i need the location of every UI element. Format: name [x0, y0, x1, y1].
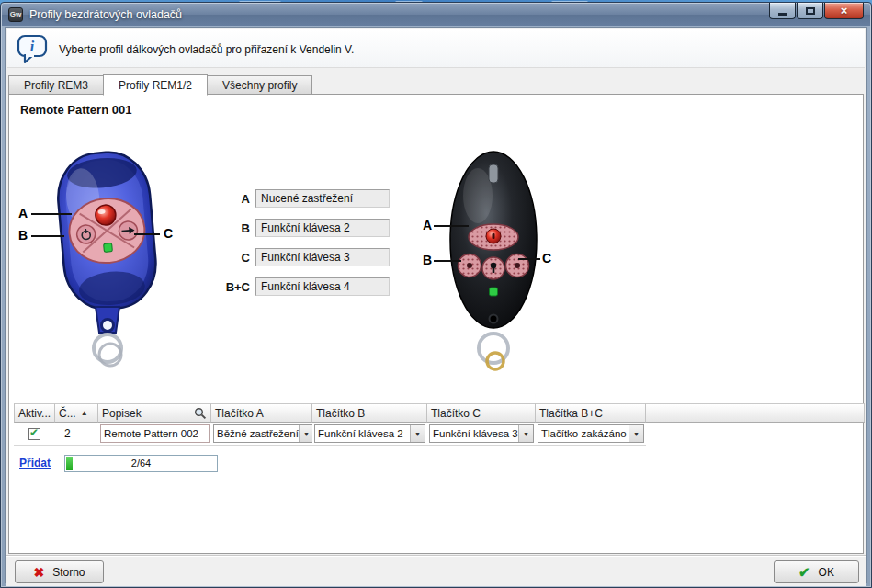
remote-photo-blue: A B C — [17, 145, 191, 379]
assignment-key: B — [215, 221, 250, 235]
assignment-key: B+C — [215, 280, 250, 294]
cell-active: ✔ — [14, 423, 55, 446]
sort-asc-icon: ▲ — [81, 409, 88, 417]
info-bar: i Vyberte profil dálkových ovladačů pro … — [7, 29, 865, 68]
col-label: Tlačítko C — [431, 407, 481, 420]
minimize-button[interactable] — [769, 3, 796, 19]
tab-vsechny-profily[interactable]: Všechny profily — [208, 75, 312, 95]
add-profile-link[interactable]: Přidat — [19, 457, 51, 469]
col-header-button-a[interactable]: Tlačítko A — [211, 403, 312, 423]
tab-strip: Profily REM3 Profily REM1/2 Všechny prof… — [8, 74, 312, 95]
assignment-row: B+C Funkční klávesa 4 — [215, 277, 390, 296]
combo-buttons-bc[interactable]: Tlačítko zakázáno ▼ — [538, 424, 644, 443]
tab-label: Všechny profily — [222, 79, 297, 92]
col-label: Tlačítko B — [316, 407, 365, 420]
button-a-pointer: A — [423, 218, 432, 232]
col-header-number[interactable]: Č... ▲ — [55, 403, 98, 423]
col-label: Tlačítka B+C — [539, 407, 603, 420]
tab-profily-rem12[interactable]: Profily REM1/2 — [103, 74, 208, 96]
col-header-button-b[interactable]: Tlačítko B — [312, 403, 427, 423]
tab-profily-rem3[interactable]: Profily REM3 — [8, 75, 103, 95]
tab-label: Profily REM3 — [24, 79, 88, 92]
maximize-button[interactable] — [797, 3, 823, 19]
capacity-label: 2/64 — [65, 456, 217, 471]
col-label: Tlačítko A — [215, 407, 264, 420]
chevron-down-icon[interactable]: ▼ — [629, 425, 643, 442]
button-b-pointer: B — [423, 253, 432, 267]
assignment-key: C — [215, 251, 250, 265]
button-assignments: A Nucené zastřežení B Funkční klávesa 2 … — [215, 189, 390, 307]
search-icon[interactable] — [194, 407, 207, 420]
pointer-line — [31, 213, 72, 215]
remote-photo-black: A B C — [421, 142, 609, 381]
capacity-progressbar: 2/64 — [64, 455, 218, 472]
assignment-key: A — [215, 192, 250, 206]
table-header-row: Aktiv... Č... ▲ Popisek — [14, 403, 865, 423]
pointer-line — [31, 235, 64, 237]
pointer-line — [134, 233, 160, 235]
cell-button-c: Funkční klávesa 3 ▼ — [427, 423, 536, 446]
assignment-value-bc: Funkční klávesa 4 — [255, 277, 390, 296]
cell-buttons-bc: Tlačítko zakázáno ▼ — [536, 423, 646, 446]
chevron-down-icon[interactable]: ▼ — [518, 425, 533, 442]
combo-button-c[interactable]: Funkční klávesa 3 ▼ — [429, 424, 534, 443]
maximize-icon — [806, 7, 815, 15]
assignment-row: A Nucené zastřežení — [215, 189, 390, 208]
cell-number: 2 — [55, 423, 98, 446]
combo-value: Funkční klávesa 2 — [315, 425, 410, 442]
col-header-button-c[interactable]: Tlačítko C — [427, 403, 536, 423]
close-button[interactable]: × — [824, 3, 864, 19]
col-label: Aktiv... — [18, 407, 51, 420]
pointer-line — [434, 260, 461, 262]
pointer-line — [434, 225, 469, 227]
combo-button-a[interactable]: Běžné zastřežení ▼ — [213, 424, 312, 443]
footer-bar: ✖ Storno ✔ OK — [6, 555, 866, 586]
col-label: Č... — [59, 407, 76, 420]
tab-label: Profily REM1/2 — [119, 79, 192, 92]
cancel-label: Storno — [52, 566, 85, 579]
col-header-filler — [646, 403, 865, 423]
cell-filler — [646, 423, 865, 446]
window-title: Profily bezdrátových ovladačů — [29, 4, 182, 26]
assignment-row: B Funkční klávesa 2 — [215, 219, 390, 237]
combo-value: Tlačítko zakázáno — [538, 425, 629, 442]
chevron-down-icon[interactable]: ▼ — [299, 425, 312, 442]
dialog-window: Gw Profily bezdrátových ovladačů × i Vyb… — [0, 2, 872, 588]
col-header-active[interactable]: Aktiv... — [14, 403, 55, 423]
caption-buttons: × — [768, 3, 864, 19]
check-icon: ✔ — [29, 426, 39, 439]
assignment-row: C Funkční klávesa 3 — [215, 248, 390, 266]
info-i-glyph: i — [30, 39, 35, 54]
cell-description: Remote Pattern 002 — [98, 423, 211, 446]
info-bubble-icon: i — [17, 34, 50, 68]
row-active-checkbox[interactable]: ✔ — [28, 428, 40, 440]
ok-check-icon: ✔ — [798, 564, 810, 581]
ok-label: OK — [819, 566, 834, 579]
cell-button-b: Funkční klávesa 2 ▼ — [312, 423, 427, 446]
col-header-description[interactable]: Popisek — [98, 403, 211, 423]
chevron-down-icon[interactable]: ▼ — [410, 425, 425, 442]
assignment-value-b: Funkční klávesa 2 — [255, 219, 390, 237]
col-header-buttons-bc[interactable]: Tlačítka B+C — [536, 403, 646, 423]
app-icon: Gw — [8, 7, 23, 22]
tab-content-panel: Remote Pattern 001 — [8, 94, 864, 554]
description-field[interactable]: Remote Pattern 002 — [100, 424, 210, 443]
pointer-line — [518, 258, 540, 260]
profiles-table: Aktiv... Č... ▲ Popisek — [14, 403, 865, 446]
col-label: Popisek — [102, 407, 142, 420]
combo-value: Funkční klávesa 3 — [430, 425, 518, 442]
assignment-value-c: Funkční klávesa 3 — [255, 248, 390, 266]
assignment-value-a: Nucené zastřežení — [255, 189, 390, 208]
cell-button-a: Běžné zastřežení ▼ — [211, 423, 312, 446]
ok-button[interactable]: ✔ OK — [774, 560, 859, 583]
cancel-button[interactable]: ✖ Storno — [15, 560, 104, 583]
pattern-title: Remote Pattern 001 — [20, 103, 131, 117]
button-b-pointer: B — [18, 228, 28, 243]
titlebar[interactable]: Gw Profily bezdrátových ovladačů — [2, 4, 870, 26]
button-a-pointer: A — [18, 206, 28, 220]
combo-button-b[interactable]: Funkční klávesa 2 ▼ — [314, 424, 425, 443]
instruction-text: Vyberte profil dálkových ovladačů pro př… — [59, 43, 354, 56]
cancel-cross-icon: ✖ — [33, 565, 44, 580]
table-row[interactable]: ✔ 2 Remote Pattern 002 Běžné zastřežení … — [14, 423, 865, 446]
button-c-pointer: C — [164, 226, 173, 241]
